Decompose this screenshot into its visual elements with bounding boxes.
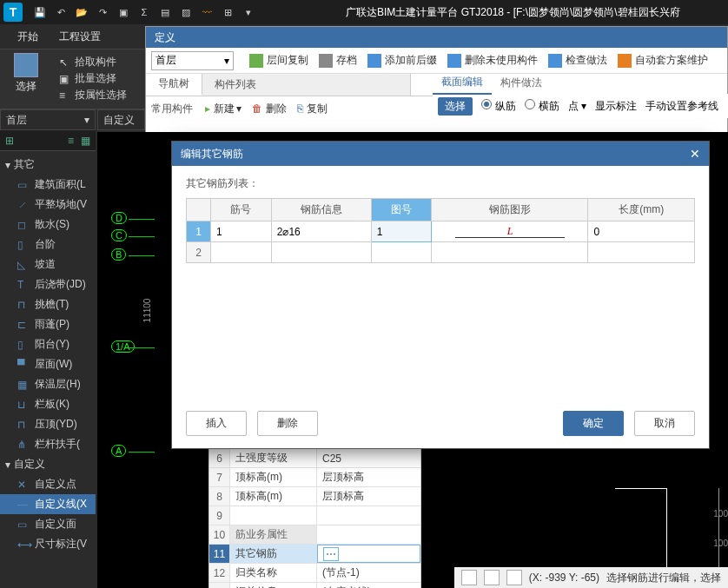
status-icon-2[interactable] xyxy=(484,570,500,585)
btn-auto-scheme[interactable]: 自动套方案维护 xyxy=(618,53,708,68)
menu-start[interactable]: 开始 xyxy=(7,24,49,49)
qat-open-icon[interactable]: 📂 xyxy=(73,3,90,21)
property-row[interactable]: 7顶标高(m)层顶标高 xyxy=(209,468,420,487)
axis-label: D xyxy=(111,212,127,224)
tree-item-icon: ⊓ xyxy=(17,419,30,431)
tree-item-icon: ▯ xyxy=(17,239,30,251)
status-coords: (X: -939 Y: -65) xyxy=(529,571,599,584)
btn-check[interactable]: 检查做法 xyxy=(548,53,607,68)
qat-region-icon[interactable]: ▣ xyxy=(115,3,132,21)
tree-item[interactable]: ⊓挑檐(T) xyxy=(0,294,96,314)
tree-item[interactable]: ⊔栏板(K) xyxy=(0,394,96,414)
tree-item[interactable]: ▀屋面(W) xyxy=(0,354,96,374)
property-row[interactable]: 9 xyxy=(209,506,420,525)
check-icon xyxy=(548,54,562,68)
delete-unused-icon xyxy=(447,54,461,68)
btn-insert[interactable]: 插入 xyxy=(186,411,247,436)
property-row[interactable]: 10筋业务属性 xyxy=(209,525,420,545)
radio-on-icon xyxy=(481,99,492,109)
btn-select-mode[interactable]: 选择 xyxy=(438,97,473,116)
tab-section-edit[interactable]: 截面编辑 xyxy=(433,71,492,95)
qat-sum-icon[interactable]: Σ xyxy=(136,3,153,21)
ribbon-select-label: 选择 xyxy=(16,79,36,94)
status-bar: (X: -939 Y: -65) 选择钢筋进行编辑，选择 xyxy=(454,567,728,588)
layer-copy-icon xyxy=(249,54,263,68)
tree-item[interactable]: T后浇带(JD) xyxy=(0,274,96,294)
property-row[interactable]: 6土强度等级C25 xyxy=(209,449,420,468)
tree-item[interactable]: —自定义线(X xyxy=(0,494,96,514)
property-row[interactable]: 8顶标高(m)层顶标高 xyxy=(209,487,420,506)
custom-panel-header[interactable]: 自定义 xyxy=(97,109,145,130)
tree-item[interactable]: ▭自定义面 xyxy=(0,514,96,534)
ribbon-batch-select[interactable]: ▣批量选择 xyxy=(59,71,127,86)
qat-doc-icon[interactable]: ▤ xyxy=(156,3,174,21)
btn-delete[interactable]: 🗑删除 xyxy=(252,102,287,116)
tab-method[interactable]: 构件做法 xyxy=(492,72,551,94)
ribbon-by-property[interactable]: ≡按属性选择 xyxy=(59,88,127,102)
qat-undo-icon[interactable]: ↶ xyxy=(52,3,69,21)
tree-item[interactable]: ✕自定义点 xyxy=(0,474,96,494)
app-title: 广联达BIM土建计量平台 GTJ2018 - [F:\圆梦领尚\圆梦领尚\碧桂园… xyxy=(346,5,680,20)
btn-archive[interactable]: 存档 xyxy=(319,53,357,68)
tree-item-icon: ▦ xyxy=(17,379,30,391)
qat-more-icon[interactable]: ▾ xyxy=(240,3,257,21)
tree-item[interactable]: ⊏雨蓬(P) xyxy=(0,314,96,334)
property-row[interactable]: 12归类名称(节点-1) xyxy=(209,564,420,583)
tree-group-other[interactable]: ▾ 其它 xyxy=(0,155,96,175)
btn-delete-unused[interactable]: 删除未使用构件 xyxy=(447,53,538,68)
btn-manual-ref[interactable]: 手动设置参考线 xyxy=(645,99,718,114)
tab-nav-tree[interactable]: 导航树 xyxy=(146,74,202,96)
btn-layer-copy[interactable]: 层间复制 xyxy=(249,53,308,68)
col-shape: 钢筋图形 xyxy=(432,199,588,221)
floor-select[interactable]: 首层▾ xyxy=(0,109,96,130)
tree-item[interactable]: ▦保温层(H) xyxy=(0,374,96,394)
tree-item[interactable]: ▭建筑面积(L xyxy=(0,175,96,195)
status-hint: 选择钢筋进行编辑，选择 xyxy=(606,571,721,585)
tree-item[interactable]: ◻散水(S) xyxy=(0,215,96,235)
grid-icon[interactable]: ▦ xyxy=(81,135,90,147)
expand-icon[interactable]: ⊞ xyxy=(5,135,14,147)
tree-item[interactable]: ⊓压顶(YD) xyxy=(0,414,96,434)
btn-copy[interactable]: ⎘复制 xyxy=(297,102,328,116)
tree-item[interactable]: ⋔栏杆扶手( xyxy=(0,434,96,454)
btn-ok[interactable]: 确定 xyxy=(563,411,624,436)
close-icon[interactable]: ✕ xyxy=(690,147,700,161)
ellipsis-icon[interactable]: ⋯ xyxy=(323,547,339,561)
tree-item-icon: ▭ xyxy=(17,519,30,531)
tree-item[interactable]: ⟋平整场地(V xyxy=(0,195,96,215)
table-row[interactable]: 2 xyxy=(187,242,695,263)
radio-transverse[interactable]: 横筋 xyxy=(525,99,559,114)
ribbon-pick-component[interactable]: ↖拾取构件 xyxy=(59,55,127,69)
floor-selector[interactable]: 首层▾ xyxy=(151,51,234,70)
status-icon-3[interactable] xyxy=(506,570,522,585)
qat-color-icon[interactable]: ▨ xyxy=(177,3,195,21)
archive-icon xyxy=(319,54,333,68)
btn-show-label[interactable]: 显示标注 xyxy=(595,99,637,114)
qat-save-icon[interactable]: 💾 xyxy=(31,3,49,21)
btn-delete-row[interactable]: 删除 xyxy=(257,411,318,436)
table-row[interactable]: 1 1 2⌀16 1 L 0 xyxy=(187,221,695,242)
tree-group-custom[interactable]: ▾ 自定义 xyxy=(0,454,96,474)
btn-point[interactable]: 点 ▾ xyxy=(568,99,586,114)
status-icon-1[interactable] xyxy=(461,570,477,585)
tree-item[interactable]: ▯阳台(Y) xyxy=(0,334,96,354)
tree-item[interactable]: ◺坡道 xyxy=(0,254,96,274)
tree-toolbar: ⊞ ≡ ▦ xyxy=(0,130,96,151)
btn-new[interactable]: ▸新建▾ xyxy=(205,102,242,116)
qat-grid-icon[interactable]: ⊞ xyxy=(219,3,236,21)
property-row[interactable]: 11其它钢筋⋯ xyxy=(209,545,420,564)
qat-redo-icon[interactable]: ↷ xyxy=(94,3,111,21)
list-icon[interactable]: ≡ xyxy=(68,135,74,147)
tab-component-list[interactable]: 构件列表 xyxy=(202,74,411,96)
tree-item[interactable]: ⟷尺寸标注(V xyxy=(0,534,96,554)
cursor-icon: ↖ xyxy=(59,56,71,69)
rebar-table[interactable]: 筋号 钢筋信息 图号 钢筋图形 长度(mm) 1 1 2⌀16 1 L 0 2 xyxy=(186,198,695,263)
btn-add-prefix[interactable]: 添加前后缀 xyxy=(367,53,437,68)
menu-project-settings[interactable]: 工程设置 xyxy=(49,24,111,49)
property-row[interactable]: 13汇总信息(自定义线) xyxy=(209,583,420,588)
qat-brush-icon[interactable]: 〰 xyxy=(198,3,215,21)
radio-longitudinal[interactable]: 纵筋 xyxy=(481,99,516,114)
tree-item[interactable]: ▯台阶 xyxy=(0,235,96,254)
left-panel: 首层▾ ⊞ ≡ ▦ ▾ 其它 ▭建筑面积(L⟋平整场地(V◻散水(S)▯台阶◺坡… xyxy=(0,109,96,588)
btn-cancel[interactable]: 取消 xyxy=(634,411,695,436)
